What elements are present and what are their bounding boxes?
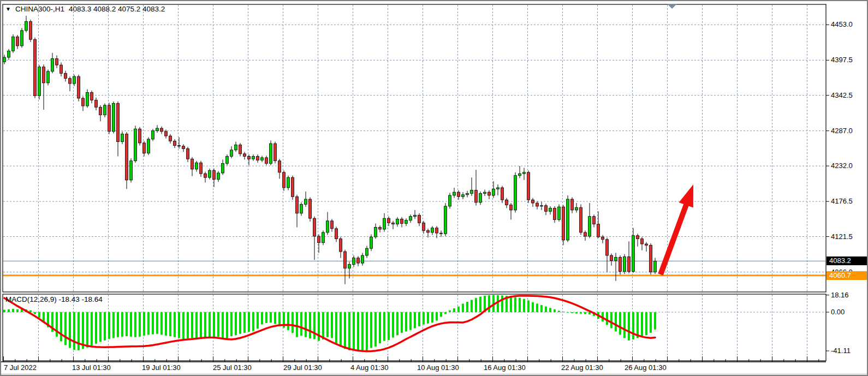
bottom-scroll-strip[interactable] <box>1 373 867 376</box>
time-axis-label: 16 Aug 01:30 <box>484 363 526 372</box>
time-axis-label: 10 Aug 01:30 <box>417 363 459 372</box>
time-axis-label: 22 Aug 01:30 <box>561 363 603 372</box>
macd-histogram <box>3 295 656 351</box>
symbol-title: CHINA300-,H1 <box>15 5 64 13</box>
price-axis-label: 4453.0 <box>831 20 853 29</box>
axis-ticks <box>4 25 830 362</box>
time-axis-label: 29 Jul 01:30 <box>283 363 322 372</box>
chart-canvas[interactable] <box>1 1 868 376</box>
chevron-down-icon[interactable]: ▼ <box>5 5 11 13</box>
time-axis-label: 13 Jul 01:30 <box>72 363 111 372</box>
price-axis-label: 4176.5 <box>831 197 853 206</box>
time-axis-label: 26 Aug 01:30 <box>625 363 667 372</box>
ohlc-values: 4083.3 4088.2 4075.2 4083.2 <box>69 5 165 13</box>
price-axis-label: 4287.0 <box>831 127 853 135</box>
macd-axis-label: 0.00 <box>831 308 845 317</box>
trading-chart-window: ▼ CHINA300-,H1 4083.3 4088.2 4075.2 4083… <box>0 0 868 376</box>
up-trend-arrow <box>658 184 693 276</box>
price-axis-label: 4232.0 <box>831 162 853 170</box>
time-axis-label: 4 Aug 01:30 <box>350 363 388 372</box>
macd-signal-line <box>4 296 655 351</box>
current-price-badge: 4083.2 <box>827 256 868 265</box>
last-bar-marker-icon <box>667 4 677 9</box>
symbol-header: ▼ CHINA300-,H1 4083.3 4088.2 4075.2 4083… <box>5 5 165 13</box>
time-axis-label: 7 Jul 2022 <box>4 363 37 372</box>
price-axis-label: 4121.5 <box>831 232 853 241</box>
macd-axis-label: 18.16 <box>831 291 849 300</box>
macd-axis-label: -41.11 <box>831 347 851 355</box>
candles <box>3 16 657 284</box>
time-axis-label: 25 Jul 01:30 <box>213 363 252 372</box>
orange-level-badge: 4060.7 <box>827 271 868 280</box>
macd-indicator-label: MACD(12,26,9) -18.43 -18.64 <box>5 295 103 303</box>
vertical-gridlines <box>39 5 807 360</box>
price-axis-label: 4397.5 <box>831 56 853 64</box>
time-axis-label: 19 Jul 01:30 <box>142 363 181 372</box>
price-axis-label: 4342.5 <box>831 91 853 100</box>
